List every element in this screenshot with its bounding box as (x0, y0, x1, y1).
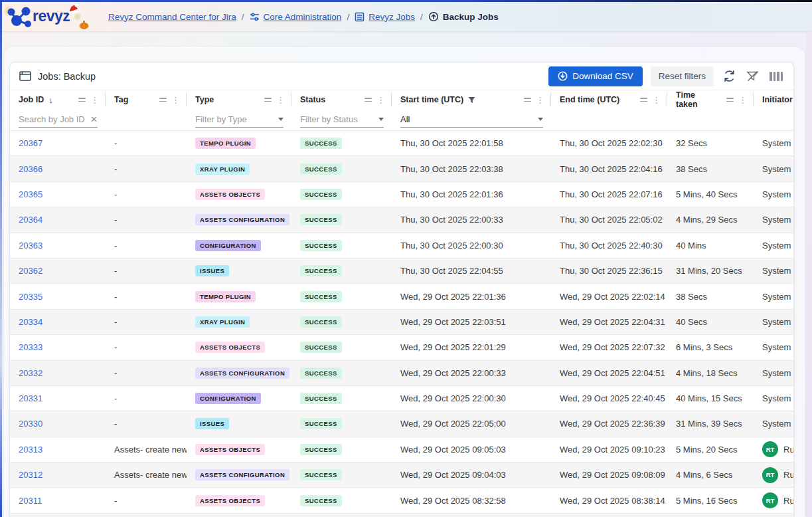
filter-menu-icon[interactable] (640, 98, 647, 102)
status-filter-cell (291, 109, 392, 130)
table-row[interactable]: 20311 - ASSETS OBJECTS SUCCESS Wed, 29 O… (10, 488, 793, 513)
job-id-link[interactable]: 20313 (19, 445, 42, 455)
start-time-cell: Wed, 29 Oct 2025 09:05:03 (392, 445, 551, 455)
initiator-name: System (762, 342, 791, 352)
job-id-link[interactable]: 20330 (19, 419, 42, 429)
start-time-cell: Wed, 29 Oct 2025 22:00:30 (392, 393, 551, 403)
columns-button[interactable] (768, 70, 784, 82)
column-header-type[interactable]: Type ⋮ (187, 90, 291, 109)
start-time-cell: Thu, 30 Oct 2025 22:01:36 (392, 189, 551, 199)
filter-menu-icon[interactable] (159, 98, 167, 102)
status-filter-input[interactable] (300, 114, 376, 124)
breadcrumb-separator: / (347, 12, 349, 22)
page-scrollbar[interactable] (806, 31, 812, 517)
breadcrumb-revyz-command-center[interactable]: Revyz Command Center for Jira (108, 12, 236, 22)
table-row[interactable]: 20362 - ISSUES SUCCESS Thu, 30 Oct 2025 … (10, 258, 793, 284)
breadcrumb-core-administration[interactable]: Core Administration (250, 12, 342, 22)
download-csv-button[interactable]: Download CSV (548, 66, 643, 86)
tag-cell: Assets- create new- D (106, 445, 187, 455)
table-row[interactable]: 20365 - ASSETS OBJECTS SUCCESS Thu, 30 O… (10, 182, 793, 207)
table-row[interactable]: 20331 - CONFIGURATION SUCCESS Wed, 29 Oc… (10, 386, 793, 411)
table-row[interactable]: 20330 - ISSUES SUCCESS Wed, 29 Oct 2025 … (10, 411, 793, 437)
breadcrumb-revyz-jobs[interactable]: Revyz Jobs (355, 12, 415, 22)
filter-menu-icon[interactable] (78, 98, 86, 102)
job-id-link[interactable]: 20332 (19, 368, 42, 378)
job-id-link[interactable]: 20331 (19, 393, 42, 403)
job-id-link[interactable]: 20335 (19, 292, 42, 302)
time-taken-cell: 40 Secs (667, 317, 754, 327)
filter-menu-icon[interactable] (524, 98, 531, 102)
column-menu-icon[interactable]: ⋮ (376, 95, 385, 105)
table-row[interactable]: 20334 - XRAY PLUGIN SUCCESS Wed, 29 Oct … (10, 310, 793, 335)
dropdown-arrow-icon[interactable] (378, 118, 384, 121)
breadcrumb-separator: / (242, 12, 244, 22)
initiator-cell: System (754, 189, 793, 199)
refresh-button[interactable] (722, 68, 737, 84)
column-header-start-time[interactable]: Start time (UTC) ⋮ (392, 90, 551, 109)
column-header-tag[interactable]: Tag ⋮ (106, 90, 187, 109)
santa-hat-icon (66, 3, 82, 15)
table-row[interactable]: 20333 - ASSETS OBJECTS SUCCESS Wed, 29 O… (10, 335, 793, 360)
table-row[interactable]: 20332 - ASSETS CONFIGURATION SUCCESS Wed… (10, 361, 793, 386)
clear-filters-button[interactable] (745, 68, 760, 84)
column-menu-icon[interactable]: ⋮ (90, 95, 99, 105)
table-row[interactable]: 20364 - ASSETS CONFIGURATION SUCCESS Thu… (10, 207, 793, 233)
column-menu-icon[interactable]: ⋮ (171, 95, 180, 105)
column-header-end-time[interactable]: End time (UTC) ⋮ (551, 90, 667, 109)
type-badge: ASSETS CONFIGURATION (195, 214, 289, 225)
type-filter-input[interactable] (195, 114, 276, 124)
column-menu-icon[interactable]: ⋮ (652, 95, 661, 105)
job-id-search-input[interactable] (19, 114, 88, 124)
columns-icon (770, 72, 783, 81)
app-logo[interactable]: ✺ ✺ revyz (2, 2, 103, 31)
column-menu-icon[interactable]: ⋮ (738, 95, 747, 105)
table-row[interactable]: 20367 - TEMPO PLUGIN SUCCESS Thu, 30 Oct… (10, 131, 793, 156)
clear-search-icon[interactable]: ✕ (90, 114, 98, 124)
column-header-job-id[interactable]: Job ID ↓ ⋮ (10, 90, 106, 109)
table-row[interactable]: 20312 Assets- create new- D ASSETS CONFI… (10, 463, 793, 488)
job-id-link[interactable]: 20364 (19, 215, 42, 225)
job-id-link[interactable]: 20367 (19, 138, 42, 148)
status-badge: SUCCESS (300, 418, 342, 429)
job-id-link[interactable]: 20334 (19, 317, 42, 327)
status-badge: SUCCESS (300, 265, 342, 276)
status-cell: SUCCESS (291, 291, 392, 302)
start-time-filter-select[interactable]: All (400, 112, 543, 128)
job-id-link[interactable]: 20312 (19, 470, 42, 480)
column-menu-icon[interactable]: ⋮ (276, 95, 285, 105)
type-cell: CONFIGURATION (187, 393, 291, 404)
list-icon (355, 12, 365, 22)
filter-menu-icon[interactable] (264, 98, 272, 102)
column-header-status[interactable]: Status ⋮ (291, 90, 392, 109)
status-badge: SUCCESS (300, 291, 342, 302)
column-header-time-taken[interactable]: Time taken ⋮ (667, 90, 754, 109)
status-cell: SUCCESS (291, 316, 392, 328)
table-row[interactable]: 20335 - TEMPO PLUGIN SUCCESS Wed, 29 Oct… (10, 284, 793, 309)
job-id-link[interactable]: 20311 (19, 496, 42, 506)
job-id-link[interactable]: 20362 (19, 266, 42, 276)
end-time-cell: Wed, 29 Oct 2025 22:36:39 (551, 419, 667, 429)
column-menu-icon[interactable]: ⋮ (536, 95, 544, 105)
initiator-name: Rup (783, 496, 793, 506)
start-time-cell: Wed, 29 Oct 2025 22:00:33 (392, 368, 551, 378)
dropdown-arrow-icon[interactable] (278, 118, 284, 121)
status-cell: SUCCESS (291, 214, 392, 225)
table-row[interactable]: 20313 Assets- create new- D ASSETS OBJEC… (10, 437, 793, 463)
job-id-link[interactable]: 20333 (19, 342, 42, 352)
reset-filters-button[interactable]: Reset filters (651, 66, 714, 86)
table-row[interactable]: 20363 - CONFIGURATION SUCCESS Thu, 30 Oc… (10, 233, 793, 258)
time-taken-cell: 38 Secs (667, 164, 754, 174)
status-badge: SUCCESS (300, 214, 342, 225)
job-id-link[interactable]: 20366 (19, 164, 42, 174)
initiator-name: System (762, 215, 791, 225)
job-id-link[interactable]: 20363 (19, 241, 42, 251)
column-header-initiator[interactable]: Initiator (754, 90, 794, 109)
sort-desc-icon: ↓ (48, 95, 53, 105)
time-taken-cell: 40 Mins (667, 241, 754, 251)
job-id-link[interactable]: 20365 (19, 189, 42, 199)
table-row[interactable]: 20366 - XRAY PLUGIN SUCCESS Thu, 30 Oct … (10, 156, 793, 181)
filter-menu-icon[interactable] (365, 98, 372, 102)
end-time-cell: Thu, 30 Oct 2025 22:04:16 (551, 164, 667, 174)
job-id-filter-cell: ✕ (10, 109, 106, 130)
filter-menu-icon[interactable] (726, 98, 734, 102)
